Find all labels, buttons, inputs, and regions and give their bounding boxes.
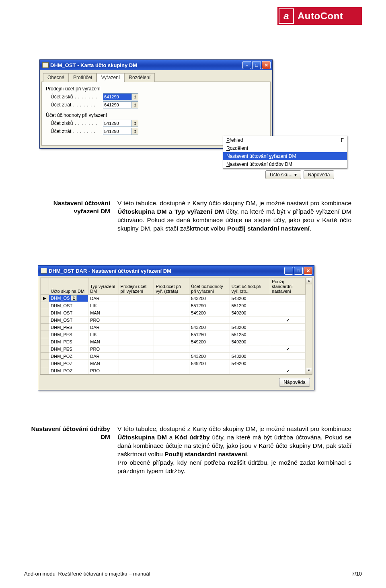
help-button[interactable]: Nápověda bbox=[279, 378, 310, 387]
cell-checkbox[interactable] bbox=[270, 331, 306, 338]
tab-vyrazeni[interactable]: Vyřazení bbox=[96, 73, 124, 82]
scrollbar[interactable]: ▴ ▾ bbox=[306, 278, 312, 374]
cell[interactable]: 549200 bbox=[189, 360, 230, 367]
table-row[interactable]: DHM_PESMAN549200549200 bbox=[41, 338, 306, 345]
table-row[interactable]: DHM_POZPRO bbox=[41, 367, 306, 374]
cell[interactable] bbox=[154, 309, 189, 316]
cell[interactable] bbox=[154, 331, 189, 338]
cell[interactable]: LIK bbox=[88, 331, 119, 338]
cell[interactable]: 543200 bbox=[230, 295, 270, 302]
cell-checkbox[interactable] bbox=[270, 309, 306, 316]
cell[interactable] bbox=[154, 367, 189, 374]
table-row[interactable]: DHM_POZDAR543200543200 bbox=[41, 353, 306, 360]
cell[interactable] bbox=[119, 338, 154, 345]
maximize-button[interactable]: □ bbox=[294, 267, 303, 275]
input-gain2[interactable] bbox=[103, 120, 132, 127]
cell[interactable]: 543200 bbox=[189, 295, 230, 302]
titlebar[interactable]: DHM_OST - Karta účto skupiny DM – □ ✕ bbox=[40, 60, 272, 70]
cell[interactable] bbox=[154, 338, 189, 345]
cell[interactable] bbox=[230, 345, 270, 353]
menu-rozdeleni[interactable]: Rozdělení bbox=[223, 144, 347, 152]
tab-obecne[interactable]: Obecné bbox=[43, 73, 69, 82]
scroll-up-icon[interactable]: ▴ bbox=[306, 278, 312, 284]
col-typ-vyrazeni[interactable]: Typ vyřazení DM bbox=[88, 278, 119, 295]
table-row[interactable]: ▶DHM_OS ↥DAR543200543200 bbox=[41, 295, 306, 302]
minimize-button[interactable]: – bbox=[284, 267, 293, 275]
cell[interactable]: DHM_POZ bbox=[49, 367, 88, 374]
cell[interactable]: 543200 bbox=[189, 353, 230, 360]
cell[interactable]: DHM_OS ↥ bbox=[49, 295, 88, 302]
cell[interactable]: DHM_POZ bbox=[49, 353, 88, 360]
input-loss1[interactable] bbox=[103, 101, 132, 108]
table-row[interactable]: DHM_PESPRO bbox=[41, 345, 306, 353]
lookup-button[interactable]: ↥ bbox=[132, 93, 138, 100]
cell[interactable] bbox=[230, 367, 270, 374]
col-pouzij-std[interactable]: Použij standardní nastavení bbox=[270, 278, 306, 295]
cell[interactable]: 551290 bbox=[189, 302, 230, 309]
cell[interactable] bbox=[154, 295, 189, 302]
tab-rozdeleni[interactable]: Rozdělení bbox=[124, 73, 155, 82]
col-ucet-hodnoty[interactable]: Účet úč.hodnoty při vyřazení bbox=[189, 278, 230, 295]
cell[interactable] bbox=[119, 360, 154, 367]
cell[interactable]: PRO bbox=[88, 316, 119, 324]
cell[interactable]: 549200 bbox=[230, 309, 270, 316]
cell[interactable]: 549200 bbox=[230, 360, 270, 367]
cell[interactable] bbox=[119, 367, 154, 374]
cell[interactable]: DAR bbox=[88, 324, 119, 331]
table-row[interactable]: DHM_OSTPRO bbox=[41, 316, 306, 324]
cell[interactable] bbox=[119, 324, 154, 331]
cell[interactable]: MAN bbox=[88, 309, 119, 316]
table-row[interactable]: DHM_OSTMAN549200549200 bbox=[41, 309, 306, 316]
cell[interactable]: 551250 bbox=[189, 331, 230, 338]
table-row[interactable]: DHM_PESLIK551250551250 bbox=[41, 331, 306, 338]
cell-checkbox[interactable] bbox=[270, 324, 306, 331]
cell-checkbox[interactable] bbox=[270, 338, 306, 345]
cell[interactable]: DHM_OST bbox=[49, 309, 88, 316]
close-button[interactable]: ✕ bbox=[262, 61, 271, 69]
cell[interactable]: PRO bbox=[88, 345, 119, 353]
cell[interactable] bbox=[189, 316, 230, 324]
cell[interactable]: 549200 bbox=[230, 338, 270, 345]
cell[interactable]: 543200 bbox=[230, 353, 270, 360]
cell[interactable]: DAR bbox=[88, 295, 119, 302]
input-gain1[interactable] bbox=[103, 93, 132, 100]
cell[interactable] bbox=[119, 345, 154, 353]
cell[interactable] bbox=[230, 316, 270, 324]
cell[interactable] bbox=[154, 302, 189, 309]
cell[interactable]: DHM_POZ bbox=[49, 360, 88, 367]
cell[interactable]: DHM_PES bbox=[49, 324, 88, 331]
cell[interactable] bbox=[119, 331, 154, 338]
cell[interactable]: 549200 bbox=[189, 338, 230, 345]
cell[interactable]: DAR bbox=[88, 353, 119, 360]
menu-nastaveni-udrzby[interactable]: Nastavení účtování údržby DM bbox=[223, 160, 347, 168]
ucto-sku-button[interactable]: Účto sku...▾ bbox=[265, 170, 301, 179]
input-loss2[interactable] bbox=[103, 128, 132, 135]
table-row[interactable]: DHM_PESDAR543200543200 bbox=[41, 324, 306, 331]
cell[interactable]: DHM_OST bbox=[49, 316, 88, 324]
menu-prehled[interactable]: Přehled F bbox=[223, 136, 347, 144]
menu-nastaveni-vyrazeni[interactable]: Nastavení účtování vyřazení DM bbox=[223, 152, 347, 160]
lookup-button[interactable]: ↥ bbox=[132, 128, 138, 135]
cell[interactable] bbox=[154, 353, 189, 360]
cell-checkbox[interactable] bbox=[270, 367, 306, 374]
cell-checkbox[interactable] bbox=[270, 295, 306, 302]
cell[interactable]: DHM_OST bbox=[49, 302, 88, 309]
help-button[interactable]: Nápověda bbox=[304, 170, 335, 179]
data-grid[interactable]: Účto skupina DM Typ vyřazení DM Prodejní… bbox=[40, 278, 312, 375]
cell[interactable] bbox=[154, 324, 189, 331]
cell[interactable]: LIK bbox=[88, 302, 119, 309]
table-row[interactable]: DHM_POZMAN549200549200 bbox=[41, 360, 306, 367]
cell[interactable]: 543200 bbox=[189, 324, 230, 331]
cell[interactable] bbox=[119, 353, 154, 360]
cell-checkbox[interactable] bbox=[270, 353, 306, 360]
cell-checkbox[interactable] bbox=[270, 360, 306, 367]
maximize-button[interactable]: □ bbox=[252, 61, 261, 69]
scroll-down-icon[interactable]: ▾ bbox=[306, 368, 312, 374]
cell[interactable]: MAN bbox=[88, 360, 119, 367]
cell[interactable] bbox=[154, 316, 189, 324]
cell[interactable] bbox=[119, 295, 154, 302]
col-prodejni-ucet[interactable]: Prodejní účet při vyřazení bbox=[119, 278, 154, 295]
cell[interactable] bbox=[119, 302, 154, 309]
cell[interactable]: MAN bbox=[88, 338, 119, 345]
cell[interactable] bbox=[119, 316, 154, 324]
